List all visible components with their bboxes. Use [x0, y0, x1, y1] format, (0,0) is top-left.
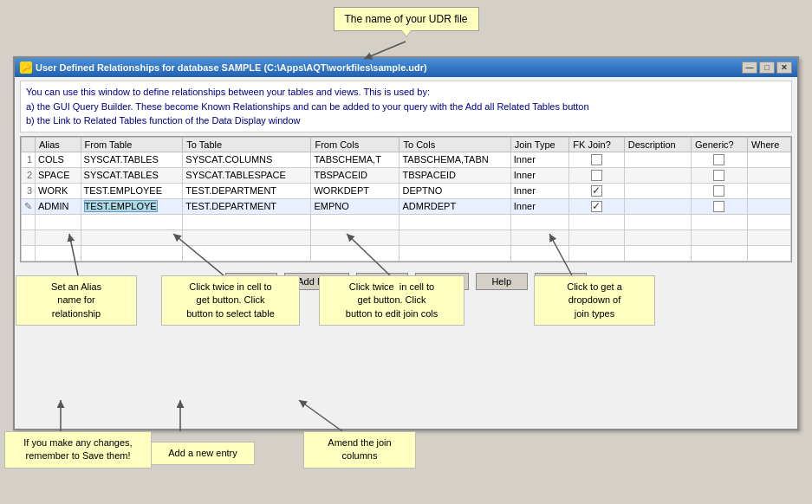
table-row-editing: ✎ ADMIN TEST.EMPLOYE TEST.DEPARTMENT EMP… — [22, 198, 791, 214]
data-grid: Alias From Table To Table From Cols To C… — [21, 137, 791, 262]
cell-where[interactable] — [747, 152, 790, 167]
cell-to-table[interactable]: SYSCAT.TABLESPACE — [183, 167, 311, 183]
cell-where[interactable] — [747, 167, 790, 183]
col-header-rownum — [22, 137, 36, 152]
join-type-annotation: Click to get adropdown ofjoin types — [534, 275, 655, 326]
from-cols-annotation: Click twice in cell toget button. Clickb… — [319, 275, 464, 326]
info-line-2: a) the GUI Query Builder. These become K… — [26, 100, 786, 114]
cell-generic[interactable] — [692, 167, 748, 183]
table-row: 2 SPACE SYSCAT.TABLES SYSCAT.TABLESPACE … — [22, 167, 791, 183]
row-num: ✎ — [22, 198, 36, 214]
cell-join-type[interactable]: Inner — [510, 152, 569, 167]
col-header-from-cols: From Cols — [311, 137, 400, 152]
cell-from-cols[interactable]: TBSPACEID — [311, 167, 400, 183]
cell-to-table[interactable]: TEST.DEPARTMENT — [183, 183, 311, 198]
join-type-annotation-text: Click to get adropdown ofjoin types — [567, 281, 622, 319]
col-header-where: Where — [747, 137, 790, 152]
row-num: 1 — [22, 152, 36, 167]
cell-fk-join[interactable] — [569, 183, 624, 198]
add-new-annotation: Add a new entry — [151, 442, 255, 465]
cell-fk-join[interactable] — [569, 198, 624, 214]
cell-generic[interactable] — [692, 183, 748, 198]
cell-join-type[interactable]: Inner — [510, 183, 569, 198]
col-header-to-table: To Table — [183, 137, 311, 152]
col-header-to-cols: To Cols — [400, 137, 510, 152]
cell-alias[interactable]: ADMIN — [36, 198, 81, 214]
minimize-button[interactable]: — — [742, 61, 757, 74]
alias-annotation: Set an Aliasname forrelationship — [16, 275, 137, 326]
titlebar: 🔑 User Defined Relationships for databas… — [15, 58, 797, 77]
col-header-alias: Alias — [36, 137, 81, 152]
close-window-button[interactable]: ✕ — [776, 61, 792, 74]
col-header-description: Description — [624, 137, 691, 152]
cell-from-cols[interactable]: WORKDEPT — [311, 183, 400, 198]
cell-to-cols[interactable]: TABSCHEMA,TABN — [400, 152, 510, 167]
titlebar-left: 🔑 User Defined Relationships for databas… — [20, 61, 427, 74]
table-row-empty — [22, 245, 791, 261]
cell-fk-join[interactable] — [569, 152, 624, 167]
cell-alias[interactable]: COLS — [36, 152, 81, 167]
cell-where[interactable] — [747, 183, 790, 198]
maximize-button[interactable]: □ — [759, 61, 775, 74]
cell-join-type[interactable]: Inner — [510, 198, 569, 214]
row-num: 3 — [22, 183, 36, 198]
col-header-join-type: Join Type — [510, 137, 569, 152]
info-line-3: b) the Link to Related Tables function o… — [26, 113, 786, 128]
cell-to-cols[interactable]: ADMRDEPT — [400, 198, 510, 214]
from-table-annotation: Click twice in cell toget button. Clickb… — [161, 275, 300, 326]
table-row-empty — [22, 214, 791, 229]
col-header-fk-join: FK Join? — [569, 137, 624, 152]
edit-annotation: Amend the joincolumns — [303, 431, 416, 468]
col-header-generic: Generic? — [692, 137, 748, 152]
edit-annotation-text: Amend the joincolumns — [328, 437, 391, 461]
cell-join-type[interactable]: Inner — [510, 167, 569, 183]
save-annotation: If you make any changes,remember to Save… — [4, 431, 152, 468]
cell-from-table[interactable]: SYSCAT.TABLES — [81, 167, 183, 183]
cell-description[interactable] — [624, 152, 691, 167]
cell-from-table[interactable]: TEST.EMPLOYE — [81, 198, 183, 214]
from-cols-annotation-text: Click twice in cell toget button. Clickb… — [346, 281, 438, 319]
cell-fk-join[interactable] — [569, 167, 624, 183]
cell-from-table[interactable]: SYSCAT.TABLES — [81, 152, 183, 167]
cell-from-cols[interactable]: TABSCHEMA,T — [311, 152, 400, 167]
help-button[interactable]: Help — [476, 273, 528, 290]
info-area: You can use this window to define relati… — [20, 81, 792, 132]
cell-from-cols[interactable]: EMPNO — [311, 198, 400, 214]
from-table-annotation-text: Click twice in cell toget button. Clickb… — [186, 281, 275, 319]
cell-from-table[interactable]: TEST.EMPLOYEE — [81, 183, 183, 198]
cell-to-cols[interactable]: DEPTNO — [400, 183, 510, 198]
titlebar-buttons[interactable]: — □ ✕ — [742, 61, 792, 74]
info-line-1: You can use this window to define relati… — [26, 85, 786, 100]
cell-to-table[interactable]: SYSCAT.COLUMNS — [183, 152, 311, 167]
table-row-empty — [22, 229, 791, 245]
cell-description[interactable] — [624, 183, 691, 198]
cell-description[interactable] — [624, 198, 691, 214]
window-title: User Defined Relationships for database … — [36, 62, 427, 73]
cell-where[interactable] — [747, 198, 790, 214]
col-header-from-table: From Table — [81, 137, 183, 152]
cell-description[interactable] — [624, 167, 691, 183]
row-num: 2 — [22, 167, 36, 183]
add-new-annotation-text: Add a new entry — [168, 448, 237, 458]
save-annotation-text: If you make any changes,remember to Save… — [23, 437, 132, 461]
top-tooltip: The name of your UDR file — [333, 7, 478, 31]
table-row: 1 COLS SYSCAT.TABLES SYSCAT.COLUMNS TABS… — [22, 152, 791, 167]
main-window: 🔑 User Defined Relationships for databas… — [13, 56, 799, 430]
cell-alias[interactable]: WORK — [36, 183, 81, 198]
cell-alias[interactable]: SPACE — [36, 167, 81, 183]
cell-generic[interactable] — [692, 152, 748, 167]
alias-annotation-text: Set an Aliasname forrelationship — [51, 281, 101, 319]
cell-to-cols[interactable]: TBSPACEID — [400, 167, 510, 183]
cell-generic[interactable] — [692, 198, 748, 214]
table-row: 3 WORK TEST.EMPLOYEE TEST.DEPARTMENT WOR… — [22, 183, 791, 198]
app-icon: 🔑 — [20, 61, 32, 74]
top-tooltip-text: The name of your UDR file — [344, 13, 467, 25]
grid-container: Alias From Table To Table From Cols To C… — [20, 136, 792, 262]
cell-to-table[interactable]: TEST.DEPARTMENT — [183, 198, 311, 214]
